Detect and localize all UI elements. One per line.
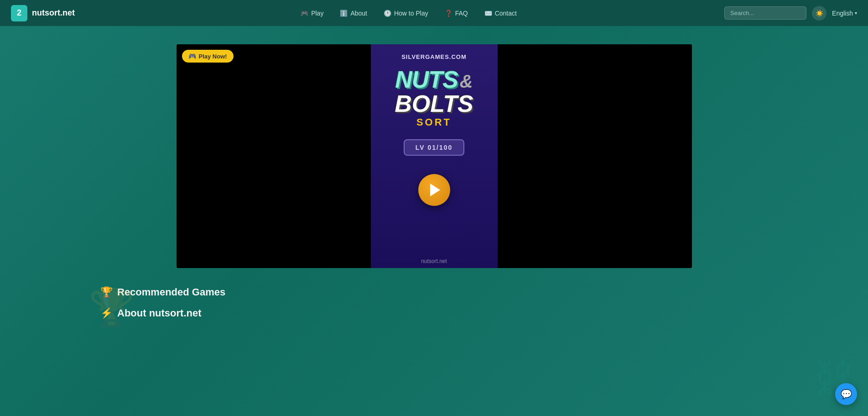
logo-text: nutsort.net	[32, 8, 75, 18]
faq-nav-icon: ❓	[445, 10, 452, 17]
nav-item-contact[interactable]: ✉️ Contact	[477, 7, 524, 20]
nav-item-how-to-play[interactable]: 🕐 How to Play	[376, 7, 436, 20]
play-nav-icon: 🎮	[301, 10, 308, 17]
about-section-header: ⚡ About nutsort.net	[100, 307, 768, 319]
site-header: 2 nutsort.net 🎮 Play ℹ️ About 🕐 How to P…	[0, 0, 868, 26]
recommended-section-title: Recommended Games	[117, 286, 225, 298]
nav-item-about[interactable]: ℹ️ About	[333, 7, 374, 20]
bolt-icon: ⚡	[100, 307, 113, 319]
trophy-icon: 🏆	[100, 286, 113, 298]
nav-label-contact: Contact	[495, 10, 517, 17]
logo-icon: 2	[11, 5, 27, 21]
about-section-title: About nutsort.net	[117, 307, 202, 319]
gamepad-icon: 🎮	[188, 53, 196, 60]
nav-label-play: Play	[311, 10, 323, 17]
search-input[interactable]	[724, 6, 806, 20]
watermark: nutsort.net	[421, 258, 447, 264]
theme-icon: ☀️	[816, 10, 823, 17]
game-logo: NUTS & BOLTS SORT	[395, 68, 473, 128]
ampersand-text: &	[460, 71, 473, 92]
about-nav-icon: ℹ️	[340, 10, 348, 17]
chat-button[interactable]: 💬	[835, 383, 857, 405]
level-badge: LV 01/100	[404, 139, 465, 156]
nav-label-howtoplay: How to Play	[394, 10, 428, 17]
play-button[interactable]	[418, 174, 450, 206]
howtoplay-nav-icon: 🕐	[384, 10, 391, 17]
main-content: 🏆 🎮 Play Now! SILVERGAMES.COM NUTS & BOL…	[0, 26, 868, 340]
game-right-panel	[498, 44, 692, 268]
nav-item-faq[interactable]: ❓ FAQ	[437, 7, 475, 20]
contact-nav-icon: ✉️	[484, 10, 492, 17]
nav-label-faq: FAQ	[455, 10, 468, 17]
play-triangle-icon	[430, 184, 440, 196]
sort-text: SORT	[395, 116, 473, 128]
silvergames-label: SILVERGAMES.COM	[401, 53, 467, 60]
game-container: 🎮 Play Now! SILVERGAMES.COM NUTS & BOLTS…	[177, 44, 692, 268]
about-section: ⚡ About nutsort.net	[100, 307, 768, 319]
play-now-label: Play Now!	[199, 53, 227, 60]
game-left-panel	[177, 44, 371, 268]
main-nav: 🎮 Play ℹ️ About 🕐 How to Play ❓ FAQ ✉️ C…	[93, 7, 724, 20]
theme-toggle-button[interactable]: ☀️	[812, 6, 826, 21]
nuts-text: NUTS	[395, 68, 458, 91]
site-logo[interactable]: 2 nutsort.net	[11, 5, 75, 21]
bolts-text: BOLTS	[395, 92, 473, 116]
chevron-down-icon: ▾	[855, 11, 857, 16]
nav-label-about: About	[350, 10, 367, 17]
header-right: ☀️ English ▾	[724, 6, 857, 21]
language-selector[interactable]: English ▾	[832, 10, 857, 17]
play-now-badge[interactable]: 🎮 Play Now!	[182, 50, 234, 63]
recommended-section-header: 🏆 Recommended Games	[100, 286, 768, 298]
nav-item-play[interactable]: 🎮 Play	[293, 7, 331, 20]
game-center-panel: SILVERGAMES.COM NUTS & BOLTS SORT LV 01/…	[371, 44, 498, 268]
language-label: English	[832, 10, 853, 17]
chat-icon: 💬	[841, 389, 852, 400]
